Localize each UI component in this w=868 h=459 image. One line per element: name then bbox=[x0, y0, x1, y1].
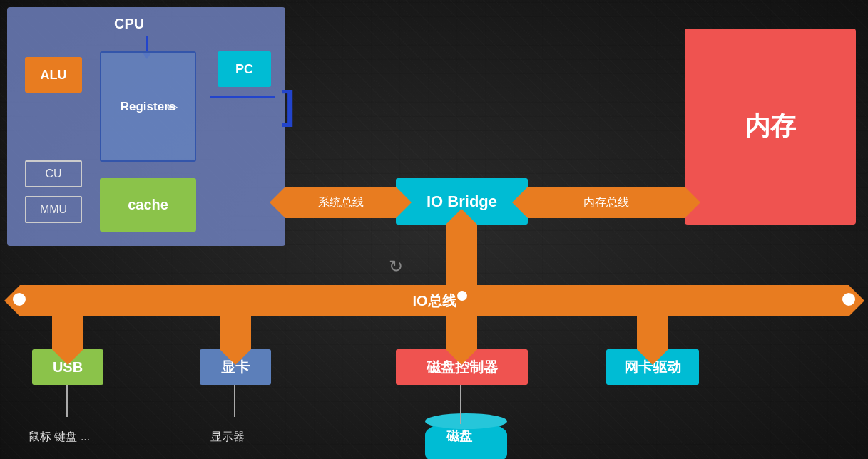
io-bus-circle-right bbox=[842, 293, 855, 306]
usb-to-peripheral-line bbox=[66, 385, 68, 417]
system-bus-label: 系统总线 bbox=[318, 195, 364, 210]
mouse-keyboard-label: 鼠标 键盘 ... bbox=[29, 430, 90, 445]
mem-bus-arrow-right bbox=[685, 187, 700, 218]
bus-point-center bbox=[457, 291, 467, 301]
io-bus-label: IO总线 bbox=[412, 292, 456, 311]
alu-box: ALU bbox=[25, 57, 82, 93]
usb-arrow-bottom bbox=[52, 349, 83, 365]
memory-bus-label: 内存总线 bbox=[583, 195, 629, 210]
sys-bus-arrow-left bbox=[270, 187, 285, 218]
monitor-label: 显示器 bbox=[210, 430, 245, 445]
diskctrl-arrow-bottom bbox=[446, 349, 477, 365]
usb-v-arrow bbox=[52, 316, 83, 349]
io-bridge-down-arrow bbox=[446, 225, 477, 287]
io-bus-bar: IO总线 bbox=[20, 285, 849, 316]
registers-box: Registers bbox=[100, 51, 196, 162]
system-bus-arrow: 系统总线 bbox=[285, 187, 396, 218]
disk-label: 磁盘 bbox=[446, 428, 472, 445]
diskctrl-to-disk-line bbox=[460, 385, 461, 424]
cpu-label: CPU bbox=[114, 16, 144, 32]
pc-box: PC bbox=[218, 51, 271, 87]
io-bridge-down-arrowhead-top bbox=[446, 209, 477, 225]
bracket-symbol: ] bbox=[282, 86, 295, 125]
io-bus-circle-left bbox=[13, 293, 26, 306]
memory-box: 内存 bbox=[685, 29, 856, 225]
graphics-to-monitor-line bbox=[234, 385, 235, 417]
diskctrl-v-arrow bbox=[446, 316, 477, 349]
nic-v-arrow bbox=[637, 316, 668, 349]
pc-underline bbox=[210, 96, 275, 98]
mem-bus-arrow-left bbox=[512, 187, 528, 218]
graphics-v-arrow bbox=[220, 316, 251, 349]
mmu-box: MMU bbox=[25, 196, 82, 223]
graphics-arrow-bottom bbox=[220, 349, 251, 365]
rotate-icon: ↻ bbox=[389, 257, 403, 277]
cache-box: cache bbox=[100, 178, 196, 232]
cpu-block: CPU ALU Registers PC CU MMU cache ✎ bbox=[7, 7, 285, 246]
cu-box: CU bbox=[25, 160, 82, 187]
sys-bus-arrow-right bbox=[396, 187, 412, 218]
memory-bus-arrow: 内存总线 bbox=[528, 187, 685, 218]
nic-arrow-bottom bbox=[637, 349, 668, 365]
architecture-diagram: CPU ALU Registers PC CU MMU cache ✎ bbox=[0, 0, 868, 459]
